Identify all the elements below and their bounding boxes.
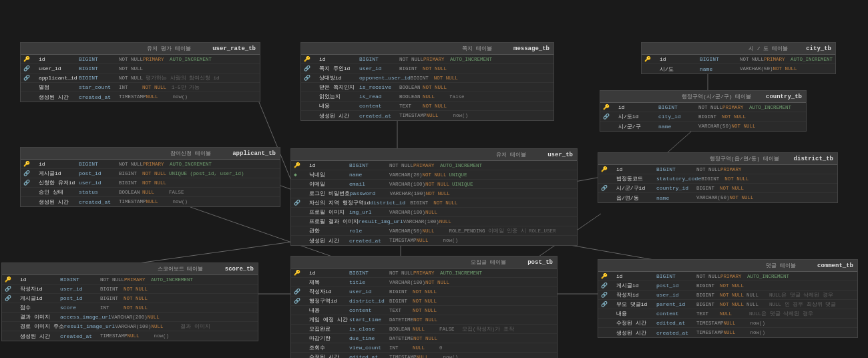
pk-icon: 🔑 [23, 56, 30, 62]
pk-icon: 🔑 [644, 56, 651, 62]
table-row: 🔗 게시글id post_id BIGINT NOT NULL [2, 294, 258, 303]
fk-icon: 🔗 [5, 286, 11, 292]
table-row: 🔑 id BIGINT NOT NULL PRIMARY AUTO_INCREM… [301, 55, 554, 64]
table-row: 🔗 게시글id post_id BIGINT NOT NULL [598, 281, 857, 291]
table-row: 🔗 자신의 지역 행정구역id district_id BIGINT NOT N… [291, 198, 577, 208]
pk-icon: 🔑 [601, 166, 608, 172]
table-row: 🔗 쪽지 주인id user_id BIGINT NOT NULL [301, 64, 554, 73]
table-row: 🔑 id BIGINT NOT NULL PRIMARY AUTO_INCREM… [600, 103, 806, 112]
table-header-country: 행정구역(시/군/구) 테이블 country_tb [600, 91, 806, 103]
table-row: 🔗 시/군/구id country_id BIGINT NOT NULL [598, 184, 837, 193]
table-row: 내용 content TEXT NOT NULL [291, 306, 557, 315]
fk-icon: 🔗 [23, 75, 30, 81]
table-user: 유저 테이블 user_tb 🔑 id BIGINT NOT NULL PRIM… [290, 148, 578, 246]
fk-icon: 🔗 [23, 170, 30, 176]
table-row: 🔗 행정구역id district_id BIGINT NOT NULL [291, 297, 557, 306]
table-row: 🔑 id BIGINT NOT NULL PRIMARY AUTO_INCREM… [21, 55, 260, 64]
table-header-comment: 댓글 테이블 comment_tb [598, 260, 857, 272]
pk-icon: 🔑 [5, 277, 11, 283]
table-row: 생성된 시간 created_at TIMESTAMP NULL now() [21, 197, 280, 206]
table-row: 이메일 email VARCHAR(100) NOT NULL UINIQUE [291, 180, 577, 189]
table-row: 🔑 id BIGINT NOT NULL PRIMARY AUTO_INCREM… [291, 161, 577, 170]
table-header-user-rate: 유저 평가 테이블 user_rate_tb [21, 43, 260, 55]
table-row: 경로 이미지 주소 result_image_url VARCHAR(100) … [2, 322, 258, 331]
table-header-applicant: 참여신청 테이블 applicant_tb [21, 148, 280, 160]
table-row: 프로필 이미지 img_url VARCHAR(100) NULL [291, 208, 577, 217]
table-row: 관한 role VARCHAR(50) NULL ROLE_PENDING 이메… [291, 226, 577, 236]
erd-diagram: 유저 평가 테이블 user_rate_tb 🔑 id BIGINT NOT N… [0, 0, 868, 358]
table-row: 🔗 작성자id user_id BIGINT NOT NULL [2, 285, 258, 294]
fk-icon: 🔗 [23, 65, 30, 71]
fk-icon: 🔗 [601, 185, 608, 191]
table-score: 스코어보드 테이블 score_tb 🔑 id BIGINT NOT NULL … [1, 262, 258, 341]
table-row: 🔗 applicant_id BIGINT NOT NULL 평가하는 사람의 … [21, 73, 260, 83]
table-row: 🔗 작성자id user_id BIGINT NOT NULL [291, 287, 557, 297]
table-row: 법정동코드 statutory_code BIGINT NOT NULL [598, 174, 837, 184]
table-row: 점수 score INT NOT NULL [2, 303, 258, 313]
table-row: 내용 content TEXT NULL NULL은 댓글 삭제된 경우 [598, 309, 857, 319]
table-row: 🔗 신청한 유저id user_id BIGINT NOT NULL [21, 178, 280, 188]
table-row: 생성된 시간 created_at TIMESTAMP NULL now() [2, 331, 258, 341]
table-row: 🔗 부모 댓글id parent_id BIGINT NOT NULL NULL… [598, 300, 857, 309]
table-row: 🔗 상대방id opponent_user_id BIGINT NOT NULL [301, 73, 554, 83]
fk-icon: 🔗 [294, 200, 300, 206]
table-row: 제목 title VARCHAR(100) NOT NULL [291, 278, 557, 287]
table-row: 읽었는지 is_read BOOLEAN NULL false [301, 92, 554, 102]
pk-icon: 🔑 [601, 273, 608, 279]
table-district: 행정구역(읍/면/동) 테이블 district_tb 🔑 id BIGINT … [598, 152, 838, 203]
table-header-user: 유저 테이블 user_tb [291, 149, 577, 161]
fk-icon: 🔗 [304, 65, 310, 71]
table-applicant: 참여신청 테이블 applicant_tb 🔑 id BIGINT NOT NU… [20, 147, 280, 207]
table-comment: 댓글 테이블 comment_tb 🔑 id BIGINT NOT NULL P… [598, 259, 858, 338]
fk-icon: 🔗 [23, 180, 30, 186]
table-row: 수정된 시간 edited_at TIMESTAMP NULL now() [291, 353, 557, 358]
table-header-district: 행정구역(읍/면/동) 테이블 district_tb [598, 153, 837, 165]
fk-icon: 🔗 [5, 295, 11, 301]
table-row: 생성된 시간 created_at TIMESTAMP NULL now() [21, 92, 260, 102]
table-row: 로그인 비밀번호 password VARCHAR(100) NOT NULL [291, 189, 577, 198]
pk-icon: 🔑 [294, 162, 300, 168]
pk-icon: 🔑 [294, 270, 300, 276]
table-row: 게임 예정 시간 start_time DATETIME NOT NULL [291, 315, 557, 325]
pk-icon: 🔑 [23, 161, 30, 167]
table-row: ◆ 닉네임 name VARCHAR(20) NOT NULL UNIQUE [291, 170, 577, 180]
table-row: 🔑 id BIGINT NOT NULL PRIMARY AUTO_INCREM… [642, 55, 835, 64]
table-row: 🔗 게시글id post_id BIGINT NOT NULL UNIQUE (… [21, 169, 280, 178]
fk-icon: 🔗 [601, 292, 608, 298]
table-row: 시/군/구 name VARCHAR(50) NOT NULL [600, 122, 806, 131]
fk-icon: 🔗 [294, 289, 300, 295]
table-row: 프로필 결과 이미지 result_img_url VARCHAR(100) N… [291, 217, 577, 226]
table-row: 읍/면/동 name VARCHAR(50) NOT NULL [598, 193, 837, 202]
fk-icon: 🔗 [601, 283, 608, 289]
table-row: 받은 쪽지인지 is_receive BOOLEAN NOT NULL [301, 83, 554, 92]
table-header-score: 스코어보드 테이블 score_tb [2, 263, 258, 275]
pk-icon: 🔑 [304, 56, 310, 62]
table-city: 시 / 도 테이블 city_tb 🔑 id BIGINT NOT NULL P… [641, 42, 836, 74]
table-row: 승인 상태 status BOOLEAN NULL FALSE [21, 188, 280, 197]
table-row: 생성된 시간 created_at TIMESTAMP NULL now() [598, 328, 857, 337]
table-row: 생성된 시간 created_at TIMESTAMP NULL now() [301, 111, 554, 120]
table-message: 쪽지 테이블 message_tb 🔑 id BIGINT NOT NULL P… [300, 42, 554, 121]
table-row: 마감기한 due_time DATETIME NOT NULL [291, 334, 557, 343]
table-row: 생성된 시간 created_at TIMESTAMP NULL now() [291, 236, 577, 245]
fk-icon: 🔗 [304, 75, 310, 81]
table-header-post: 모집글 테이블 post_tb [291, 256, 557, 268]
fk-icon: 🔗 [603, 114, 610, 120]
table-post: 모집글 테이블 post_tb 🔑 id BIGINT NOT NULL PRI… [290, 256, 558, 358]
table-row: 시/도 name VARCHAR(50) NOT NULL [642, 64, 835, 73]
table-row: 별점 star_count INT NOT NULL 1~5만 가능 [21, 83, 260, 92]
table-row: 내용 content TEXT NOT NULL [301, 102, 554, 111]
fk-icon: 🔗 [294, 298, 300, 304]
table-row: 🔑 id BIGINT NOT NULL PRIMARY AUTO_INCREM… [21, 160, 280, 169]
table-country: 행정구역(시/군/구) 테이블 country_tb 🔑 id BIGINT N… [600, 90, 807, 132]
table-row: 🔑 id BIGINT NOT NULL PRIMARY AUTO_INCREM… [598, 272, 857, 281]
table-row: 수정된 시간 edited_at TIMESTAMP NULL now() [598, 319, 857, 328]
table-row: 🔑 id BIGINT NOT NULL PRIMARY [598, 165, 837, 174]
table-row: 🔗 시/도id city_id BIGINT NOT NULL [600, 112, 806, 122]
uq-icon: ◆ [294, 172, 297, 178]
table-row: 🔑 id BIGINT NOT NULL PRIMARY AUTO_INCREM… [291, 268, 557, 278]
table-row: 조회수 view_count INT NULL 0 [291, 343, 557, 353]
table-row: 🔗 user_id BIGINT NOT NULL [21, 64, 260, 73]
table-row: 결과 이미지 access_image_url VARCHAR(200) NUL… [2, 313, 258, 322]
table-row: 🔗 작성자id user_id BIGINT NOT NULL NULL NUL… [598, 291, 857, 300]
